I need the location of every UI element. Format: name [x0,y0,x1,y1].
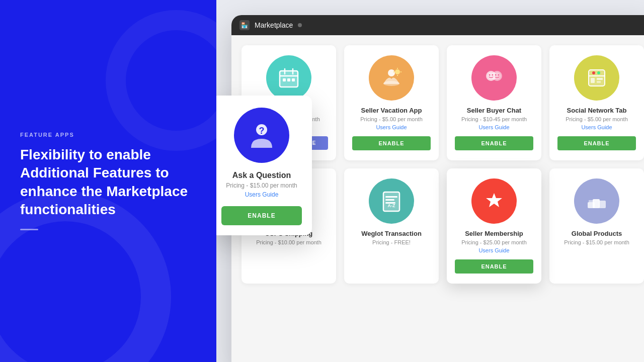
svg-rect-36 [385,196,397,198]
heading-divider [20,229,38,230]
global-icon [574,178,619,224]
chat-name: Seller Buyer Chat [467,107,521,114]
svg-rect-43 [599,201,606,208]
svg-point-26 [592,71,595,74]
membership-name: Seller Membership [465,230,523,237]
svg-rect-6 [287,78,290,81]
vacation-guide[interactable]: Users Guide [376,124,407,130]
svg-point-17 [488,72,495,79]
ask-icon-circle: ? [234,108,289,163]
app-card-membership: Seller Membership Pricing - $25.00 per m… [447,168,541,284]
booking-icon [266,55,311,101]
svg-point-8 [388,69,395,76]
chat-guide[interactable]: Users Guide [478,124,509,130]
svg-rect-42 [593,199,600,208]
usps-pricing: Pricing - $10.00 per month [256,239,321,245]
social-enable-btn[interactable]: ENABLE [557,136,636,150]
ask-pricing: Pricing - $15.00 per month [226,182,297,189]
chat-icon [471,55,517,101]
chat-enable-btn[interactable]: ENABLE [455,136,533,150]
svg-point-22 [498,74,500,76]
vacation-enable-btn[interactable]: ENABLE [352,136,431,150]
social-icon [574,55,619,101]
global-pricing: Pricing - $15.00 per month [564,239,629,245]
floating-ask-card: ? Ask a Question Pricing - $15.00 per mo… [216,96,312,235]
ask-enable-btn[interactable]: ENABLE [221,206,302,225]
membership-icon [471,178,517,224]
section-label: FEATURE APPS [20,132,196,138]
svg-point-18 [494,72,501,79]
svg-point-10 [395,69,400,74]
svg-text:A-Z: A-Z [388,203,395,208]
svg-marker-40 [486,193,502,207]
app-card-vacation: Seller Vacation App Pricing - $5.00 per … [344,45,439,160]
svg-rect-28 [591,78,595,83]
global-name: Global Products [572,230,622,237]
svg-point-27 [597,71,600,74]
browser-dot [298,23,302,27]
svg-point-20 [492,74,494,76]
svg-rect-5 [283,78,286,81]
app-card-weglot: A-Z Weglot Transaction Pricing - FREE! [344,168,439,284]
svg-point-9 [383,81,399,86]
svg-rect-23 [589,70,605,86]
right-panel: 🏪 Marketplace [216,0,644,362]
svg-point-21 [495,74,497,76]
browser-title: Marketplace [255,21,293,29]
svg-rect-30 [597,81,601,83]
vacation-pricing: Pricing - $5.00 per month [360,116,423,122]
chat-pricing: Pricing - $10-45 per month [461,116,527,122]
browser-bar: 🏪 Marketplace [231,15,644,35]
weglot-icon: A-Z [369,178,414,224]
app-card-social: Social Network Tab Pricing - $5.00 per m… [549,45,644,160]
app-card-chat: Seller Buyer Chat Pricing - $10-45 per m… [447,45,541,160]
svg-text:?: ? [259,126,265,136]
vacation-name: Seller Vacation App [361,107,422,114]
membership-pricing: Pricing - $25.00 per month [461,239,527,245]
feature-heading: Flexibility to enable Additional Feature… [20,146,196,219]
left-panel: FEATURE APPS Flexibility to enable Addit… [0,0,216,362]
vacation-icon [369,55,414,101]
membership-enable-btn[interactable]: ENABLE [455,259,533,274]
svg-point-19 [489,74,491,76]
svg-rect-44 [589,200,594,202]
weglot-name: Weglot Transaction [361,230,422,237]
app-card-global: Global Products Pricing - $15.00 per mon… [549,168,644,284]
marketplace-icon: 🏪 [239,20,250,30]
weglot-pricing: Pricing - FREE! [372,239,411,245]
social-guide[interactable]: Users Guide [581,124,612,130]
social-name: Social Network Tab [567,107,627,114]
ask-app-name: Ask a Question [232,171,291,180]
svg-rect-37 [385,199,394,201]
svg-rect-7 [292,78,295,81]
membership-guide[interactable]: Users Guide [478,247,509,253]
ask-guide[interactable]: Users Guide [245,191,279,198]
svg-rect-29 [597,78,603,80]
social-pricing: Pricing - $5.00 per month [566,116,628,122]
svg-rect-34 [383,192,399,211]
